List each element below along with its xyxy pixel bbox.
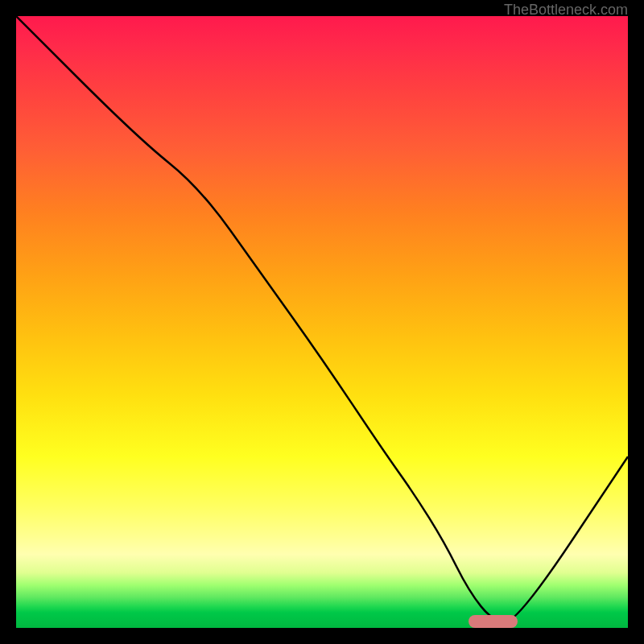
watermark-text: TheBottleneck.com	[504, 2, 628, 19]
chart-container: TheBottleneck.com	[0, 0, 644, 644]
bottleneck-curve-path	[16, 16, 628, 621]
optimum-marker	[469, 615, 518, 628]
plot-area	[16, 16, 628, 628]
bottleneck-curve-svg	[16, 16, 628, 628]
